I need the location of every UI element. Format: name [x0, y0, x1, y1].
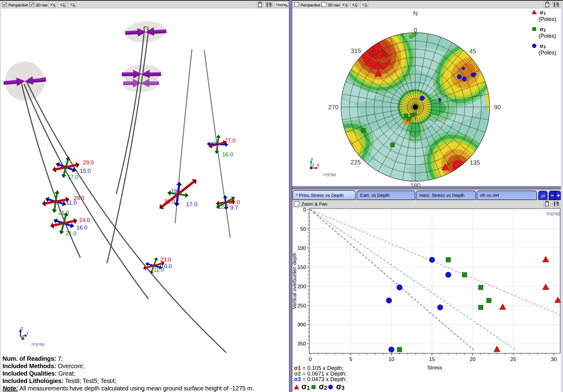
svg-text:11.0: 11.0: [66, 200, 77, 206]
svg-text:σ2 = 0.0671 x Depth;: σ2 = 0.0671 x Depth;: [294, 371, 347, 377]
svg-text:N: N: [413, 10, 418, 17]
svg-text:15.0: 15.0: [80, 168, 91, 174]
svg-text:(Poles): (Poles): [539, 16, 556, 22]
svg-text:Horz. Stress vs Depth: Horz. Stress vs Depth: [419, 193, 465, 198]
svg-text:σ1 = 0.105 x Depth;: σ1 = 0.105 x Depth;: [294, 365, 344, 371]
svg-text:Z: Z: [312, 163, 314, 168]
svg-text:150: 150: [297, 264, 306, 270]
svg-text:σh vs σH: σh vs σH: [480, 193, 499, 198]
svg-text:225: 225: [350, 159, 361, 166]
svg-text:x: x: [23, 334, 24, 338]
svg-text:11.0: 11.0: [154, 267, 164, 273]
svg-text:21.0: 21.0: [66, 230, 76, 237]
svg-text:0: 0: [303, 207, 306, 213]
svg-text:σ3: σ3: [540, 43, 546, 49]
svg-text:24.0: 24.0: [79, 217, 90, 223]
svg-text:mχrap: mχrap: [546, 211, 560, 216]
svg-text:Vertical overburden depth: Vertical overburden depth: [292, 253, 297, 309]
svg-text:135: 135: [470, 159, 480, 166]
svg-text:σ2: σ2: [319, 382, 327, 391]
svg-text:21.0: 21.0: [58, 210, 69, 216]
svg-text:39.0: 39.0: [164, 198, 175, 205]
svg-text:19: 19: [171, 188, 177, 194]
svg-text:16.0: 16.0: [76, 224, 87, 231]
svg-text:10: 10: [388, 356, 394, 362]
svg-text:σ3: σ3: [336, 382, 344, 391]
svg-text:29.0: 29.0: [83, 159, 94, 166]
svg-text:σ1: σ1: [301, 382, 310, 391]
svg-text:270: 270: [328, 104, 338, 111]
svg-text:;pl: ;pl: [540, 193, 545, 198]
svg-text:Zoom & Pan: Zoom & Pan: [301, 201, 327, 207]
svg-text:27.0: 27.0: [225, 137, 236, 144]
svg-text:* Princ.Stress vs Depth: * Princ.Stress vs Depth: [296, 193, 344, 198]
svg-text:Cart. vs Depth: Cart. vs Depth: [360, 193, 390, 198]
svg-text:0: 0: [414, 27, 417, 33]
svg-text:23.0: 23.0: [160, 257, 171, 263]
svg-text:Stress: Stress: [427, 365, 442, 371]
svg-text:90: 90: [494, 104, 501, 111]
svg-text:5: 5: [349, 356, 352, 362]
svg-text:mχrap: mχrap: [323, 172, 336, 177]
svg-text:17.0: 17.0: [186, 201, 197, 207]
svg-text:9.7: 9.7: [230, 205, 238, 211]
svg-text:100: 100: [297, 245, 306, 251]
svg-text:0: 0: [309, 356, 311, 362]
svg-text:16.0: 16.0: [222, 151, 233, 158]
svg-text:50: 50: [300, 226, 306, 232]
svg-text:200: 200: [297, 284, 306, 290]
svg-text:(Poles): (Poles): [539, 50, 556, 56]
svg-text:σ3 = 0.0473 x Depth;: σ3 = 0.0473 x Depth;: [294, 376, 347, 382]
svg-text:σ1: σ1: [540, 10, 546, 16]
svg-text:X: X: [317, 163, 320, 168]
svg-text:30: 30: [551, 356, 557, 362]
svg-text:13: 13: [210, 141, 217, 147]
svg-text:350: 350: [297, 341, 306, 347]
svg-text:(Poles): (Poles): [539, 33, 556, 39]
svg-text:45: 45: [469, 48, 476, 54]
svg-text:180: 180: [410, 182, 420, 186]
svg-text:31.0: 31.0: [229, 199, 240, 205]
svg-text:Y: Y: [26, 331, 29, 336]
svg-text:315: 315: [351, 47, 361, 54]
svg-text:25: 25: [510, 356, 516, 362]
svg-text:17.0: 17.0: [67, 174, 78, 180]
svg-text:Y: Y: [310, 157, 314, 162]
svg-text:250: 250: [297, 303, 306, 309]
svg-text:15: 15: [429, 356, 435, 362]
svg-text:22.0: 22.0: [218, 204, 228, 210]
svg-text:Z: Z: [21, 326, 23, 331]
svg-text:mχrap: mχrap: [32, 341, 45, 346]
svg-text:20: 20: [470, 356, 476, 362]
svg-text:σ2: σ2: [540, 26, 546, 33]
svg-text:300: 300: [297, 322, 306, 328]
